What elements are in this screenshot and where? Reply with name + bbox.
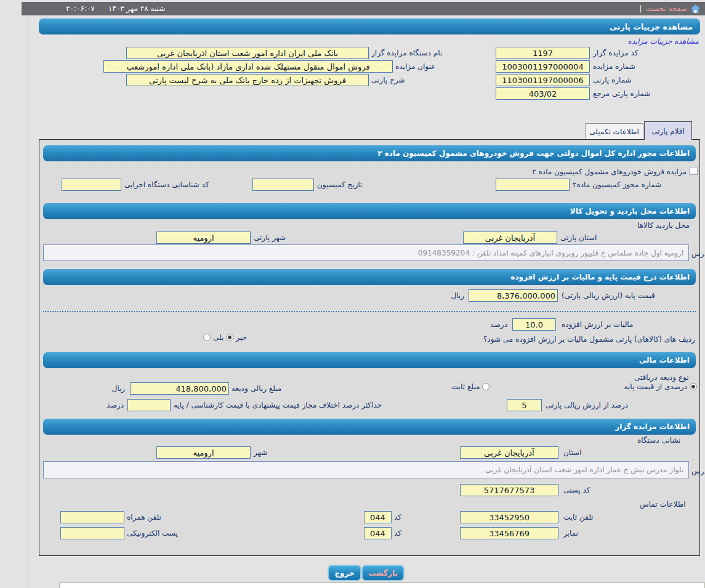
top-bar: صفحه نخست | شنبه ۲۸ مهر ۱۴۰۳ ۲۰:۰۶:۰۷ [22,2,705,15]
radio-vat-yes[interactable] [203,334,211,341]
party-desc-label: شرح پارتی [371,76,405,84]
party-details-page: { "topbar": { "home": "صفحه نخست", "divi… [0,0,705,588]
exit-button[interactable]: خروج [328,565,361,581]
section-financial-header: اطلاعات مالی [43,352,696,368]
auctioneer-province-field[interactable] [460,446,558,459]
auction-title-field[interactable] [103,60,393,73]
visit-address-field[interactable]: ارومیه اول جاده سلماس خ قلیپور روبروی ان… [43,244,689,261]
topbar-divider: | [639,4,642,13]
percent-of-value-label: درصد از ارزش ریالی پارتی [546,401,628,409]
base-price-label: قیمت پایه (ارزش ریالی پارتی) [562,291,655,300]
tab-party-items[interactable]: اقلام پارتی [644,121,692,140]
base-price-field[interactable] [469,289,558,302]
tab-additional-info-label: اطلاعات تکمیلی [589,127,639,136]
deposit-type-subtitle: نوع ودیعه دریافتی [634,373,689,382]
radio-deposit-percent[interactable] [690,383,697,390]
executive-agency-id-field[interactable] [62,179,121,191]
commission-date-field[interactable] [252,179,314,191]
max-diff-label: حداکثر درصد اختلاف مجاز قیمت پیشنهادی با… [174,401,382,409]
agency-name-field[interactable] [126,47,369,59]
auctioneer-address-label: آدرس [691,467,705,475]
party-city-label: شهر پارتی [254,233,286,242]
phone-area-code-label: کد [394,513,401,522]
phone-area-code-field[interactable] [364,511,392,523]
party-province-field[interactable] [463,232,557,244]
vat-question-label: ردیف های (کالاهای) پارتی مشمول مالیات بر… [483,335,695,344]
visit-location-subtitle: محل بازدید کالاها [637,221,690,230]
phone-label: تلفن ثابت [563,513,593,522]
radio-vat-no-label: خیر [236,333,247,342]
auctioneer-address-field[interactable]: بلوار مدرس نبش خ عمار اداره امور شعب است… [43,461,689,478]
commission-article2-checkbox[interactable] [690,167,698,175]
auction-number-label: شماره مزایده [593,62,635,71]
email-field[interactable] [60,527,124,539]
topbar-date: شنبه ۲۸ مهر ۱۴۰۳ [108,4,165,13]
auctioneer-city-label: شهر [254,448,267,457]
deposit-amount-label: مبلغ ریالی ودیعه [232,384,281,393]
deposit-percent-option: درصدی از قیمت پایه [624,382,697,391]
phone-field[interactable] [460,511,558,523]
radio-vat-no[interactable] [226,334,233,341]
agency-address-subtitle: نشانی دستگاه [637,436,680,445]
view-auction-details-link[interactable]: مشاهده جزییات مزایده [627,37,699,46]
visit-address-label: آدرس [691,249,705,258]
party-desc-field[interactable] [126,74,369,86]
base-price-currency-label: ریال [451,291,464,300]
party-ref-label: شماره پارتی مرجع [593,89,650,98]
fax-field[interactable] [460,527,558,539]
auction-title-label: عنوان مزایده [395,62,435,71]
visit-address-value: ارومیه اول جاده سلماس خ قلیپور روبروی ان… [418,249,683,257]
auctioneer-code-label: کد مزایده گزار [593,49,638,57]
footer-panel-strip [59,582,705,588]
radio-deposit-fixed-label: مبلغ ثابت [451,382,480,391]
max-diff-percent-unit-label: درصد [107,401,124,409]
fax-area-code-field[interactable] [364,527,392,539]
tab-party-items-label: اقلام پارتی [651,127,685,135]
postal-code-field[interactable] [460,484,558,496]
percent-of-value-field[interactable] [507,399,542,411]
tab-content-panel [39,139,700,556]
mobile-field[interactable] [60,511,124,523]
agency-name-label: نام دستگاه مزایده گزار [371,49,442,57]
dotted-separator [43,311,696,312]
back-button[interactable]: بازگشت [362,565,404,581]
radio-deposit-fixed[interactable] [482,383,489,390]
section-auctioneer-header: اطلاعات مزایده گزار [43,419,696,435]
party-number-field[interactable] [496,74,590,86]
page-header-bar: مشاهده جزییات پارتی [39,18,700,34]
section-financial-title: اطلاعات مالی [639,356,690,364]
deposit-amount-field[interactable] [130,382,229,395]
auctioneer-code-field[interactable] [496,47,590,59]
deposit-currency-label: ریال [111,384,125,393]
email-label: پست الکترونیکی [127,529,178,538]
tab-additional-info[interactable]: اطلاعات تکمیلی [585,123,643,139]
radio-deposit-percent-label: درصدی از قیمت پایه [624,382,687,391]
home-icon[interactable] [691,4,700,14]
radio-vat-yes-label: بلی [213,333,224,342]
vat-radio-group: بلی خیر [203,333,247,342]
permit-number-field[interactable] [496,179,570,191]
auctioneer-city-field[interactable] [156,446,251,459]
section-pricing-title: اطلاعات درج قیمت پایه و مالیات بر ارزش ا… [510,273,690,281]
home-link[interactable]: صفحه نخست [645,4,687,13]
party-ref-field[interactable] [496,87,590,100]
contact-info-subtitle: اطلاعات تماس [640,500,686,509]
max-diff-field[interactable] [127,399,171,411]
deposit-fixed-option: مبلغ ثابت [451,382,489,391]
fax-area-code-label: کد [394,529,401,538]
vat-percent-unit-label: درصد [490,320,507,329]
topbar-datetime: شنبه ۲۸ مهر ۱۴۰۳ ۲۰:۰۶:۰۷ [66,2,165,15]
party-number-label: شماره پارتی [593,76,632,84]
party-province-label: استان پارتی [560,233,597,242]
auction-number-field[interactable] [496,60,590,73]
topbar-time: ۲۰:۰۶:۰۷ [66,4,95,13]
section-visit-title: اطلاعات محل بازدید و تحویل کالا [570,207,690,215]
section-auctioneer-title: اطلاعات مزایده گزار [615,422,690,431]
vat-label: مالیات بر ارزش افزوده [562,320,633,329]
commission-article2-checkbox-label: مزایده فروش خودروهای مشمول کمیسیون ماده … [532,167,687,176]
fax-label: نمابر [563,529,578,538]
vat-field[interactable] [512,318,556,331]
party-city-field[interactable] [156,232,251,244]
page-title: مشاهده جزییات پارتی [610,22,693,31]
section-visit-header: اطلاعات محل بازدید و تحویل کالا [43,203,696,219]
